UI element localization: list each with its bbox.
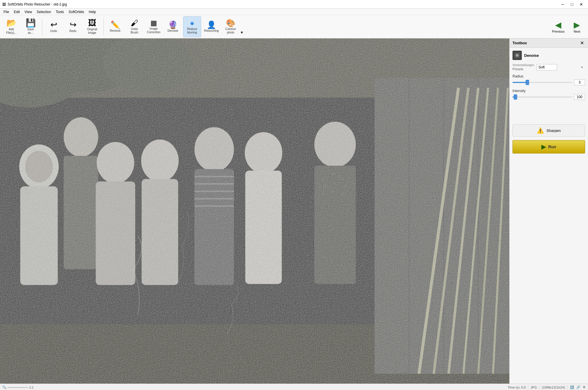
titlebar-left: 🖼 SoftOrbits Photo Retoucher - old-2.jpg — [2, 2, 67, 6]
next-label: Next — [574, 30, 580, 33]
titlebar: 🖼 SoftOrbits Photo Retoucher - old-2.jpg… — [0, 0, 588, 9]
original-image-label: OriginalImage — [87, 28, 97, 35]
menu-file[interactable]: File — [1, 9, 11, 15]
share-icon: 🔗 — [576, 385, 580, 389]
previous-label: Previous — [552, 30, 565, 33]
menu-edit[interactable]: Edit — [11, 9, 22, 15]
denoise-icon: 🔮 — [168, 21, 178, 29]
menu-softorbits[interactable]: SoftOrbits — [66, 9, 86, 15]
run-button[interactable]: ▶ Run — [512, 140, 585, 153]
menu-view[interactable]: View — [22, 9, 34, 15]
save-as-label: Saveas... — [27, 28, 34, 35]
radius-label: Radius — [512, 74, 585, 78]
reduce-blurring-icon: ● — [190, 19, 194, 27]
radius-slider-ctrl — [512, 80, 585, 85]
intensity-slider-thumb[interactable] — [514, 94, 517, 100]
sharpen-icon: ⚠️ — [537, 127, 544, 134]
minimize-button[interactable]: ─ — [558, 1, 567, 7]
redo-button[interactable]: ↪ Redo — [64, 16, 82, 37]
undo-icon: ↩ — [50, 21, 57, 29]
format-label: JPG — [531, 386, 537, 389]
colorize-photo-label: Colorizephoto — [225, 27, 236, 34]
next-button[interactable]: ▶ Next — [568, 16, 586, 37]
add-files-icon: 📂 — [6, 19, 17, 27]
menu-selection[interactable]: Selection — [34, 9, 53, 15]
maximize-button[interactable]: □ — [568, 1, 576, 7]
undo-label: Undo — [50, 29, 57, 33]
radius-slider-track[interactable] — [512, 82, 572, 83]
app-icon: 🖼 — [2, 2, 6, 6]
add-files-label: AddFile(s)... — [6, 28, 17, 35]
denoise-button[interactable]: 🔮 Denoise — [164, 16, 182, 37]
retouching-label: Retouching — [204, 29, 219, 33]
colorize-photo-button[interactable]: 🎨 Colorizephoto — [222, 16, 240, 37]
intensity-slider-track[interactable] — [512, 96, 572, 98]
intensity-slider-ctrl — [512, 94, 585, 100]
statusbar-divider-2 — [539, 385, 539, 389]
canvas-area[interactable] — [0, 38, 509, 384]
main-area: Toolbox ✕ Denoise — [0, 38, 588, 384]
image-correction-icon: ▦ — [150, 20, 157, 27]
reduce-blurring-label: Reduceblurring — [187, 27, 197, 34]
undo-brush-button[interactable]: 🖌 UndoBrush — [125, 16, 143, 37]
toolbox-close-button[interactable]: ✕ — [579, 40, 585, 46]
radius-slider-thumb[interactable] — [526, 80, 529, 85]
intensity-value-input[interactable] — [574, 94, 585, 100]
retouching-button[interactable]: 👤 Retouching — [202, 16, 220, 37]
colorize-photo-icon: 🎨 — [226, 19, 235, 27]
save-as-icon: 💾 — [26, 19, 36, 27]
titlebar-controls: ─ □ ✕ — [558, 1, 586, 7]
denoise-tool-icon — [512, 51, 522, 60]
redo-label: Redo — [69, 29, 76, 33]
menubar: File Edit View Selection Tools SoftOrbit… — [0, 9, 588, 15]
denoise-section: Denoise — [512, 51, 585, 60]
reduce-blurring-button[interactable]: ● Reduceblurring — [183, 16, 201, 37]
zoom-icon: 🔍 — [2, 385, 6, 389]
denoise-tool-name: Denoise — [524, 53, 539, 58]
statusbar-right: Time (s): 0.0 JPG (1998x1312x24) ℹ️ 🔗 ⚙ — [508, 385, 586, 389]
toolbar-more-icon[interactable]: ▾ — [241, 30, 243, 35]
photo-display — [0, 38, 509, 384]
voreinstellungen-label: Voreinstellungen — [512, 63, 534, 67]
denoise-label: Denoise — [168, 29, 178, 33]
info-icon: ℹ️ — [570, 385, 574, 389]
toolbox-body: Denoise Voreinstellungen Presets Soft Me… — [510, 48, 588, 156]
add-files-button[interactable]: 📂 AddFile(s)... — [2, 16, 20, 37]
run-label: Run — [548, 144, 556, 149]
remove-button[interactable]: ✏️ Remove — [106, 16, 124, 37]
retouching-icon: 👤 — [207, 21, 216, 29]
close-button[interactable]: ✕ — [577, 1, 586, 7]
previous-icon: ◀ — [555, 20, 561, 30]
dimensions-label: (1998x1312x24) — [542, 386, 565, 389]
save-as-button[interactable]: 💾 Saveas... — [22, 16, 40, 37]
toolbar-separator-1 — [42, 18, 42, 36]
original-image-button[interactable]: 🖼 OriginalImage — [83, 16, 101, 37]
previous-button[interactable]: ◀ Previous — [550, 16, 567, 37]
menu-help[interactable]: Help — [87, 9, 99, 15]
undo-brush-icon: 🖌 — [131, 19, 138, 27]
time-label: Time (s): 0.0 — [508, 386, 526, 389]
remove-icon: ✏️ — [110, 21, 120, 29]
svg-point-49 — [516, 54, 518, 56]
image-correction-label: ImageCorrection — [147, 27, 160, 34]
sharpen-button[interactable]: ⚠️ Sharpen — [512, 124, 585, 137]
toolbar-separator-2 — [103, 18, 104, 36]
svg-rect-46 — [0, 38, 509, 384]
statusbar-divider-3 — [567, 385, 568, 389]
window-title: SoftOrbits Photo Retoucher - old-2.jpg — [8, 2, 67, 6]
presets-label: Presets — [512, 67, 534, 71]
menu-tools[interactable]: Tools — [53, 9, 66, 15]
preset-select[interactable]: Soft Medium Hard Custom — [536, 64, 557, 70]
next-icon: ▶ — [574, 20, 580, 30]
radius-value-input[interactable] — [574, 80, 585, 85]
preset-row: Voreinstellungen Presets Soft Medium Har… — [512, 63, 585, 71]
undo-button[interactable]: ↩ Undo — [45, 16, 63, 37]
denoise-header: Denoise — [512, 51, 585, 60]
radius-slider-row: Radius — [512, 74, 585, 85]
image-correction-button[interactable]: ▦ ImageCorrection — [145, 16, 163, 37]
redo-icon: ↪ — [70, 21, 76, 29]
settings-icon: ⚙ — [583, 385, 586, 389]
toolbox-title: Toolbox — [512, 41, 527, 45]
statusbar: 🔍 ───────── 1:1 Time (s): 0.0 JPG (1998x… — [0, 384, 588, 390]
nav-buttons: ◀ Previous ▶ Next — [550, 16, 586, 37]
